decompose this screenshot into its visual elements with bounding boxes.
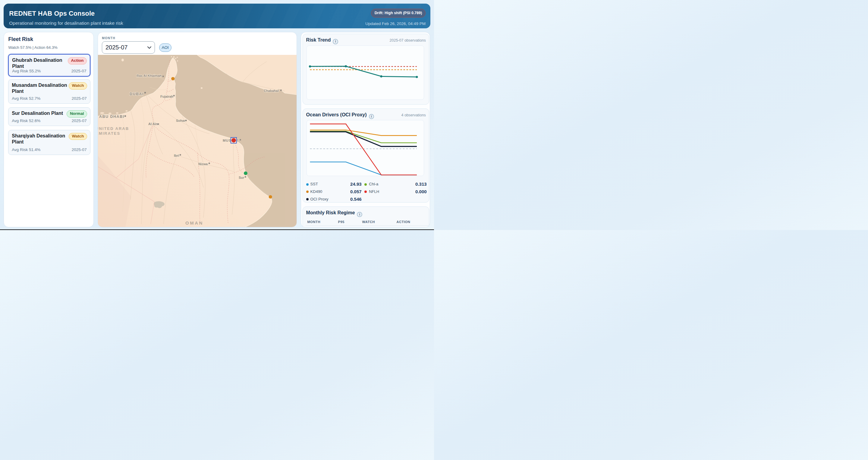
svg-text:Sohar: Sohar	[176, 119, 186, 122]
svg-text:Sur: Sur	[239, 176, 244, 179]
svg-text:Ibri: Ibri	[174, 154, 179, 157]
svg-text:Fujairah: Fujairah	[160, 95, 173, 98]
svg-text:OMAN: OMAN	[185, 220, 204, 225]
svg-text:ABU DHABI: ABU DHABI	[99, 115, 124, 119]
svg-text:Ras Al Khaimah: Ras Al Khaimah	[136, 74, 162, 78]
svg-text:UNITED ARAB: UNITED ARAB	[98, 126, 129, 131]
svg-text:Nizwa: Nizwa	[198, 162, 208, 166]
svg-text:Al Ain: Al Ain	[148, 122, 158, 126]
svg-text:Chabahar: Chabahar	[264, 89, 279, 93]
svg-text:DUBAI: DUBAI	[130, 92, 144, 96]
svg-text:EMIRATES: EMIRATES	[98, 131, 120, 136]
